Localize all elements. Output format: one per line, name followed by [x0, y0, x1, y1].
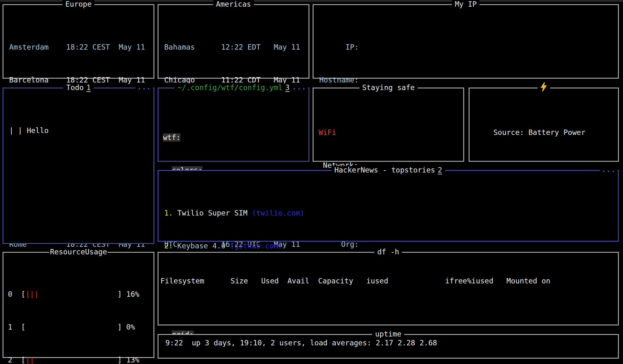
panel-title: Americas	[213, 0, 254, 8]
col-mounted-on: Mounted on	[493, 277, 616, 285]
ip-info-row: Hostname:	[319, 76, 615, 84]
panel-title: Staying safe	[359, 83, 417, 92]
meter-list: 0[|||]16% 1[]0% 2[||]13% 3[]0% 4[||]14% …	[3, 253, 153, 364]
panel-todo[interactable]: Todo1 ... | | Hello	[3, 88, 154, 244]
date-value: May 11	[274, 43, 305, 51]
story-number: 1.	[164, 209, 178, 217]
clock-row: Bahamas12:22EDTMay 11	[164, 43, 305, 51]
story-title: Twilio Super SIM	[178, 209, 252, 217]
panel-uptime: uptime 9:22 up 3 days, 19:10, 2 users, l…	[158, 334, 619, 359]
clock-row: Chicago11:22CDTMay 11	[164, 76, 305, 84]
time-value: 11:22	[221, 76, 247, 84]
timezone-label: EDT	[247, 43, 274, 51]
timezone-label: CDT	[247, 76, 274, 84]
city-label: Bahamas	[164, 43, 221, 51]
field-label: Source:	[471, 128, 524, 136]
time-value: 18:22	[66, 76, 92, 84]
meter-track: |||	[25, 290, 117, 298]
battery-row: Source:Battery Power	[471, 128, 615, 136]
more-dots-icon[interactable]: ...	[600, 165, 617, 173]
widget-index: 3	[285, 83, 290, 92]
meter-value: 16%	[126, 290, 140, 298]
more-dots-icon[interactable]: ...	[135, 83, 153, 91]
panel-title-text: ResourceUsage	[50, 248, 107, 256]
meter-fill-bars: |||	[25, 290, 39, 298]
panel-title-text: Staying safe	[362, 83, 414, 92]
usage-meter-row: 2[||]13%	[8, 356, 150, 364]
panel-hackernews[interactable]: HackerNews - topstories2 ... 1.Twilio Su…	[158, 170, 619, 242]
panel-config-file[interactable]: ~/.config/wtf/config.yml3 ... wtf: color…	[158, 88, 309, 162]
bracket-close: ]	[117, 323, 122, 331]
bracket-open: [	[21, 323, 26, 331]
meter-value: 13%	[126, 356, 140, 364]
config-path: ~/.config/wtf/config.yml	[178, 83, 283, 92]
meter-label: 0	[8, 290, 21, 298]
col-iused: iused	[353, 277, 388, 285]
timezone-label: CEST	[92, 76, 119, 84]
field-value	[363, 43, 615, 51]
todo-list: | | Hello	[3, 88, 153, 151]
field-label: Hostname:	[319, 76, 359, 84]
panel-title-text: Todo	[66, 83, 84, 92]
meter-label: 2	[8, 356, 21, 364]
config-line: wtf:	[163, 133, 305, 142]
panel-title-text: Americas	[216, 0, 251, 8]
city-label: Barcelona	[9, 76, 66, 84]
panel-clocks-americas: Americas Bahamas12:22EDTMay 11 Chicago11…	[158, 4, 309, 79]
usage-meter-row: 1[]0%	[8, 323, 150, 331]
timezone-label: CEST	[92, 43, 119, 51]
meter-track: ||	[25, 356, 117, 364]
todo-item[interactable]: | | Hello	[9, 126, 150, 135]
ip-info-row: IP:	[319, 43, 615, 51]
story-number: 2.	[164, 242, 178, 250]
panel-title: uptime	[372, 330, 404, 338]
story-domain-link[interactable]: (twilio.com)	[252, 209, 304, 217]
panel-title: HackerNews - topstories2	[332, 166, 445, 174]
field-value: Battery Power	[528, 128, 615, 136]
security-line: WiFi	[319, 128, 460, 136]
panel-title-text: HackerNews - topstories	[334, 166, 435, 174]
time-value: 18:22	[66, 43, 92, 51]
panel-title: Todo1	[63, 83, 94, 92]
clock-row: Barcelona18:22CESTMay 11	[9, 76, 150, 84]
widget-index: 2	[438, 166, 442, 174]
bracket-close: ]	[117, 290, 122, 298]
panel-title-text: df -h	[377, 248, 399, 256]
city-label: Amsterdam	[9, 43, 66, 51]
widget-index: 1	[86, 83, 91, 92]
disk-table-header: FilesystemSizeUsedAvailCapacityiusedifre…	[160, 277, 616, 285]
col-size: Size	[217, 277, 248, 285]
story-title-line: Twilio Super SIM (twilio.com)	[178, 209, 615, 217]
panel-disk-usage: df -h FilesystemSizeUsedAvailCapacityius…	[158, 252, 619, 325]
lightning-bolt-icon	[538, 82, 550, 93]
panel-staying-safe: Staying safe WiFi Network: Crypto: wpa2-…	[313, 88, 464, 162]
col-capacity: Capacity	[309, 277, 353, 285]
time-value: 12:22	[221, 43, 247, 51]
field-label: IP:	[319, 43, 359, 51]
meter-label: 1	[8, 323, 21, 331]
col-used: Used	[248, 277, 279, 285]
bracket-close: ]	[117, 356, 122, 364]
story-title: Keybase 4.0	[178, 242, 230, 250]
config-line-text: wtf:	[163, 133, 180, 142]
panel-title: ResourceUsage	[49, 248, 108, 256]
bracket-open: [	[21, 356, 26, 364]
panel-my-ip: My IP IP: Hostname: City: Region:Califor…	[313, 4, 619, 79]
col-filesystem: Filesystem	[160, 277, 217, 285]
clock-row: Amsterdam18:22CESTMay 11	[9, 43, 150, 51]
panel-resource-usage: ResourceUsage 0[|||]16% 1[]0% 2[||]13% 3…	[3, 252, 154, 358]
panel-title: Europe	[62, 0, 94, 8]
usage-meter-row: 0[|||]16%	[8, 290, 150, 298]
panel-title: df -h	[374, 248, 402, 256]
panel-title-text: uptime	[375, 330, 401, 338]
panel-battery: Source:Battery Power Charge:85% Remainin…	[469, 88, 619, 162]
story-row[interactable]: 1.Twilio Super SIM (twilio.com)	[164, 209, 615, 217]
panel-title: My IP	[452, 0, 479, 8]
col-percent-iused: %iused	[467, 277, 493, 285]
col-avail: Avail	[279, 277, 309, 285]
date-value: May 11	[119, 43, 150, 51]
bracket-open: [	[21, 290, 26, 298]
more-dots-icon[interactable]: ...	[290, 83, 308, 91]
meter-fill-bars: ||	[25, 356, 34, 364]
story-domain-link[interactable]: (github.com)	[230, 242, 283, 250]
